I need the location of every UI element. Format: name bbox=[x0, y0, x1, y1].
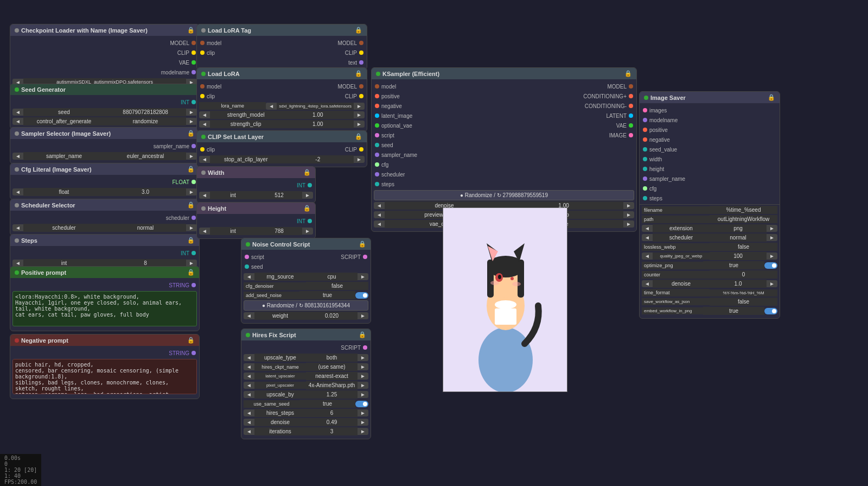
ks-denoise-left[interactable]: ◄ bbox=[374, 202, 385, 209]
saver-denoise-w[interactable]: ◄ denoise 1.0 ► bbox=[642, 280, 777, 288]
sched-value: normal bbox=[105, 224, 186, 232]
hires-upscale-type[interactable]: ◄ upscale_type both ► bbox=[244, 354, 368, 362]
hires-steps-widget[interactable]: ◄ hires_steps 6 ► bbox=[244, 409, 368, 417]
width-widget[interactable]: ◄ int 512 ► bbox=[199, 191, 313, 199]
negative-textarea[interactable]: pubic hair, hd, cropped, censored, bar c… bbox=[12, 359, 197, 394]
noise-randomize-btn[interactable]: ● Randomize / ↻ 808130161954344 bbox=[244, 300, 368, 311]
lora-sc-right[interactable]: ► bbox=[354, 121, 365, 128]
cfg-float-widget[interactable]: ◄ float 3.0 ► bbox=[12, 188, 197, 196]
width-right[interactable]: ► bbox=[302, 192, 313, 199]
seed-arrow-right[interactable]: ► bbox=[186, 109, 197, 116]
hires-denoise-widget[interactable]: ◄ denoise 0.49 ► bbox=[244, 418, 368, 426]
noise-weight-widget[interactable]: ◄ weight 0.020 ► bbox=[244, 312, 368, 320]
lora-strength-model[interactable]: ◄ strength_model 1.00 ► bbox=[199, 111, 365, 119]
noise-w-left[interactable]: ◄ bbox=[244, 312, 254, 319]
hires-s-left[interactable]: ◄ bbox=[244, 409, 254, 416]
hires-ut-right[interactable]: ► bbox=[358, 354, 368, 361]
ks-condp-out-row: CONDITIONING+ bbox=[504, 91, 636, 101]
hires-pu-left[interactable]: ◄ bbox=[244, 382, 254, 389]
control-arrow-right[interactable]: ► bbox=[186, 118, 197, 125]
width-left[interactable]: ◄ bbox=[199, 192, 210, 199]
node-sampler-title: Sampler Selector (Image Saver) bbox=[21, 130, 111, 137]
sampler-right[interactable]: ► bbox=[186, 153, 197, 160]
noise-rng-widget[interactable]: ◄ rng_source cpu ► bbox=[244, 273, 368, 281]
hires-s-right[interactable]: ► bbox=[358, 409, 368, 416]
saver-q-left[interactable]: ◄ bbox=[642, 253, 653, 260]
sched-left[interactable]: ◄ bbox=[12, 224, 23, 231]
noise-randomize-widget[interactable]: ● Randomize / ↻ 808130161954344 bbox=[244, 300, 368, 311]
hires-d-right[interactable]: ► bbox=[358, 419, 368, 426]
ks-vd-left[interactable]: ◄ bbox=[374, 220, 385, 228]
clip-right[interactable]: ► bbox=[354, 156, 365, 163]
saver-optpng-toggle[interactable] bbox=[764, 262, 777, 269]
clip-layer-widget[interactable]: ◄ stop_at_clip_layer -2 ► bbox=[199, 155, 365, 163]
hires-pixel-up[interactable]: ◄ pixel_upscaler 4x-AnimeSharp.pth ► bbox=[244, 381, 368, 389]
saver-ep-toggle[interactable] bbox=[764, 308, 777, 314]
hires-ub-left[interactable]: ◄ bbox=[244, 391, 254, 398]
lora-sm-left[interactable]: ◄ bbox=[199, 111, 210, 118]
saver-ext-right[interactable]: ► bbox=[767, 225, 777, 232]
sampler-name-widget[interactable]: ◄ sampler_name euler_ancestral ► bbox=[12, 152, 197, 160]
control-arrow-left[interactable]: ◄ bbox=[12, 118, 23, 125]
height-right[interactable]: ► bbox=[302, 228, 313, 235]
control-widget[interactable]: ◄ control_after_generate randomize ► bbox=[12, 117, 197, 125]
saver-den-left[interactable]: ◄ bbox=[642, 280, 653, 287]
ks-preview-right[interactable]: ► bbox=[623, 211, 634, 218]
hires-d-left[interactable]: ◄ bbox=[244, 419, 254, 426]
cfg-right[interactable]: ► bbox=[186, 188, 197, 195]
ks-denoise-right[interactable]: ► bbox=[623, 202, 634, 209]
hires-i-right[interactable]: ► bbox=[358, 428, 368, 435]
saver-den-right[interactable]: ► bbox=[767, 280, 777, 287]
hires-iter-widget[interactable]: ◄ iterations 3 ► bbox=[244, 427, 368, 435]
header-dot-steps bbox=[15, 238, 19, 243]
lora-sc-left[interactable]: ◄ bbox=[199, 121, 210, 128]
hires-lu-left[interactable]: ◄ bbox=[244, 373, 254, 380]
hires-ub-right[interactable]: ► bbox=[358, 391, 368, 398]
ks-randomize-widget[interactable]: ● Randomize / ↻ 279988879559519 bbox=[374, 190, 634, 200]
sched-widget[interactable]: ◄ scheduler normal ► bbox=[12, 224, 197, 232]
saver-filename[interactable]: filename %time_%seed bbox=[642, 206, 777, 214]
noise-rng-right[interactable]: ► bbox=[358, 273, 368, 280]
lora-name-left[interactable]: ◄ bbox=[266, 103, 277, 110]
noise-addseed-toggle[interactable] bbox=[355, 292, 368, 299]
noise-seed-in-row: seed bbox=[241, 262, 306, 272]
lora-sm-right[interactable]: ► bbox=[354, 111, 365, 118]
hires-lu-right[interactable]: ► bbox=[358, 373, 368, 380]
noise-rng-left[interactable]: ◄ bbox=[244, 273, 254, 280]
sched-right[interactable]: ► bbox=[186, 224, 197, 231]
saver-ext-left[interactable]: ◄ bbox=[642, 225, 653, 232]
saver-sched-right[interactable]: ► bbox=[767, 234, 777, 241]
noise-addseed-label: add_seed_noise bbox=[244, 292, 299, 299]
ks-preview-left[interactable]: ◄ bbox=[374, 211, 385, 218]
clip-left[interactable]: ◄ bbox=[199, 156, 210, 163]
hires-ckpt-left[interactable]: ◄ bbox=[244, 363, 254, 370]
noise-w-right[interactable]: ► bbox=[358, 312, 368, 319]
saver-path[interactable]: path outLightningWorkflow bbox=[642, 215, 777, 223]
ks-vd-right[interactable]: ► bbox=[623, 220, 634, 228]
hires-latent-up[interactable]: ◄ latent_upscaler nearest-exact ► bbox=[244, 372, 368, 380]
hires-uss-toggle[interactable] bbox=[355, 401, 368, 407]
node-hires-fix: Hires Fix Script 🔒 SCRIPT ◄ upscale_type… bbox=[241, 329, 371, 439]
cfg-left[interactable]: ◄ bbox=[12, 188, 23, 195]
saver-q-right[interactable]: ► bbox=[767, 253, 777, 260]
saver-ext-widget[interactable]: ◄ extension png ► bbox=[642, 224, 777, 232]
positive-textarea[interactable]: <lora:Hayacchi:0.8>, white background, H… bbox=[12, 291, 197, 326]
lora-strength-clip[interactable]: ◄ strength_clip 1.00 ► bbox=[199, 120, 365, 128]
hires-upscale-by[interactable]: ◄ upscale_by 1.25 ► bbox=[244, 390, 368, 399]
height-left[interactable]: ◄ bbox=[199, 228, 210, 235]
lora-name-widget[interactable]: lora_name ◄ sdxl_lightning_4step_lora.sa… bbox=[199, 102, 365, 110]
seed-arrow-left[interactable]: ◄ bbox=[12, 109, 23, 116]
ks-randomize-btn[interactable]: ● Randomize / ↻ 279988879559519 bbox=[374, 190, 634, 200]
saver-quality[interactable]: ◄ quality_jpeg_or_webp 100 ► bbox=[642, 252, 777, 260]
hires-pu-right[interactable]: ► bbox=[358, 382, 368, 389]
seed-widget[interactable]: ◄ seed 880790728182808 ► bbox=[12, 108, 197, 116]
height-widget[interactable]: ◄ int 788 ► bbox=[199, 227, 313, 235]
lora-name-right[interactable]: ► bbox=[354, 103, 365, 110]
hires-ut-left[interactable]: ◄ bbox=[244, 354, 254, 361]
saver-sched-left[interactable]: ◄ bbox=[642, 234, 653, 241]
sampler-left[interactable]: ◄ bbox=[12, 153, 23, 160]
hires-ckpt[interactable]: ◄ hires_ckpt_name (use same) ► bbox=[244, 363, 368, 371]
hires-i-left[interactable]: ◄ bbox=[244, 428, 254, 435]
hires-ckpt-right[interactable]: ► bbox=[358, 363, 368, 370]
saver-sched-widget[interactable]: ◄ scheduler normal ► bbox=[642, 233, 777, 242]
